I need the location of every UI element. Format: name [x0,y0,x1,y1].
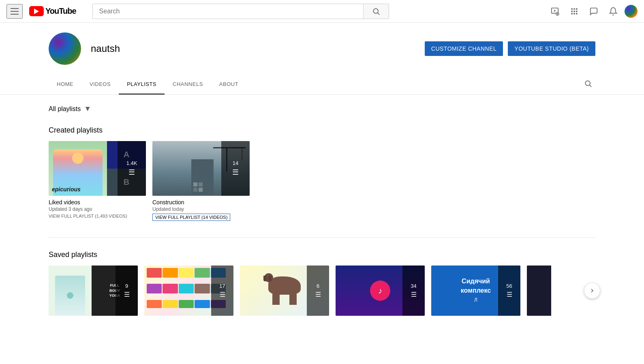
search-button[interactable] [363,4,389,19]
avatar[interactable] [625,5,638,18]
liked-count: 1.4K [126,160,137,166]
playlist-thumb-liked[interactable]: A B 1.4K ☰ epicurious [49,141,146,196]
saved-playlists-title: Saved playlists [49,251,595,259]
playlist-card-construction: 14 ☰ Construction Updated today VIEW FUL… [152,141,250,221]
saved-card-dog: 6 ☰ [240,266,329,316]
liked-playlist-updated: Updated 3 days ago [49,206,146,212]
svg-rect-13 [571,13,573,14]
tab-channels[interactable]: CHANNELS [165,75,211,94]
youtube-logo[interactable]: YouTube [29,6,76,16]
queue-icon: ☰ [220,291,225,298]
created-playlists-title: Created playlists [49,126,595,135]
chevron-right-icon [589,287,595,294]
construction-view-link[interactable]: VIEW FULL PLAYLIST (14 VIDEOS) [152,214,230,221]
dog-count-overlay: 6 ☰ [307,266,329,316]
channel-nav: HOME VIDEOS PLAYLISTS CHANNELS ABOUT [0,75,644,95]
youtube-studio-button[interactable]: YOUTUBE STUDIO (BETA) [508,41,595,56]
queue-icon: ☰ [124,291,130,298]
svg-point-16 [585,81,590,86]
search-input[interactable] [92,4,363,19]
sitting-count: 56 [506,283,512,289]
filter-label: All playlists [49,105,81,113]
dog-count: 6 [317,283,319,289]
customize-channel-button[interactable]: CUSTOMIZE CHANNEL [425,41,503,56]
svg-rect-7 [571,8,573,9]
filter-chevron-icon[interactable]: ▼ [84,105,91,113]
tab-home[interactable]: HOME [49,75,81,94]
saved-playlists-row: FULLBODYYOGA 9 ☰ [49,266,595,316]
saved-playlists-section: Saved playlists [49,251,595,316]
channel-header: nautsh CUSTOMIZE CHANNEL YOUTUBE STUDIO … [0,23,644,75]
liked-playlist-title: Liked videos [49,199,146,206]
saved-thumb-yoga[interactable]: FULLBODYYOGA 9 ☰ [49,266,138,316]
search-icon [372,7,380,15]
notifications-button[interactable] [605,3,621,19]
youtube-logo-icon [29,6,44,16]
tab-about[interactable]: ABOUT [211,75,246,94]
upload-button[interactable] [547,3,563,19]
apps-icon [570,7,578,15]
saved-thumb-extra[interactable] [527,266,551,316]
watercolor-count-overlay: 17 ☰ [211,266,233,316]
tab-videos[interactable]: VIDEOS [81,75,119,94]
search-container [92,4,389,19]
queue-icon: ☰ [128,168,135,177]
queue-icon: ☰ [507,291,512,298]
saved-thumb-music[interactable]: ♪ 34 ☰ [336,266,425,316]
header-left: YouTube [6,4,76,19]
saved-card-sitting: СидячийкомплексЛ 56 ☰ [431,266,520,316]
sitting-count-overlay: 56 ☰ [498,266,520,316]
queue-icon: ☰ [315,291,321,298]
yoga-count: 9 [125,283,128,289]
construction-playlist-title: Construction [152,199,250,206]
svg-point-0 [373,9,378,13]
construction-playlist-updated: Updated today [152,206,250,212]
apps-button[interactable] [566,3,582,19]
playlist-thumb-construction[interactable]: 14 ☰ [152,141,250,196]
saved-card-yoga: FULLBODYYOGA 9 ☰ [49,266,138,316]
svg-rect-11 [573,11,575,12]
saved-card-watercolor: 17 ☰ [144,266,233,316]
next-button[interactable] [584,283,600,299]
created-playlists-section: Created playlists [49,126,595,221]
saved-card-music: ♪ 34 ☰ [336,266,425,316]
content: All playlists ▼ Created playlists [0,95,644,342]
music-count-overlay: 34 ☰ [402,266,425,316]
filter-row: All playlists ▼ [49,105,595,113]
svg-rect-9 [576,8,577,9]
saved-thumb-sitting[interactable]: СидячийкомплексЛ 56 ☰ [431,266,520,316]
bell-icon [609,7,618,16]
svg-rect-8 [573,8,575,9]
header-right [547,3,638,19]
messages-icon [589,7,598,16]
music-count: 34 [411,283,416,289]
channel-actions: CUSTOMIZE CHANNEL YOUTUBE STUDIO (BETA) [425,41,595,56]
watercolor-count: 17 [219,283,225,289]
queue-icon: ☰ [411,291,417,298]
construction-count-overlay: 14 ☰ [221,141,250,196]
channel-name: nautsh [91,43,120,54]
avatar-image [625,5,638,18]
channel-search-button[interactable] [581,76,595,93]
search-icon [584,79,592,88]
svg-rect-10 [571,11,573,12]
svg-rect-14 [573,13,575,14]
saved-thumb-watercolor[interactable]: 17 ☰ [144,266,233,316]
section-divider [49,237,595,238]
queue-icon: ☰ [232,168,239,177]
channel-avatar[interactable] [49,32,81,65]
liked-view-link[interactable]: VIEW FULL PLAYLIST (1,493 VIDEOS) [49,214,127,218]
construction-count: 14 [233,160,238,166]
yoga-count-overlay: 9 ☰ [116,266,138,316]
playlist-card-liked: A B 1.4K ☰ epicurious [49,141,146,221]
saved-thumb-dog[interactable]: 6 ☰ [240,266,329,316]
messages-button[interactable] [586,3,602,19]
upload-icon [550,7,559,16]
header: YouTube [0,0,644,23]
svg-line-17 [590,85,592,87]
svg-line-1 [377,13,379,15]
tab-playlists[interactable]: PLAYLISTS [119,75,165,94]
svg-marker-3 [554,10,556,12]
liked-count-overlay: 1.4K ☰ [118,141,146,196]
hamburger-button[interactable] [6,4,23,19]
